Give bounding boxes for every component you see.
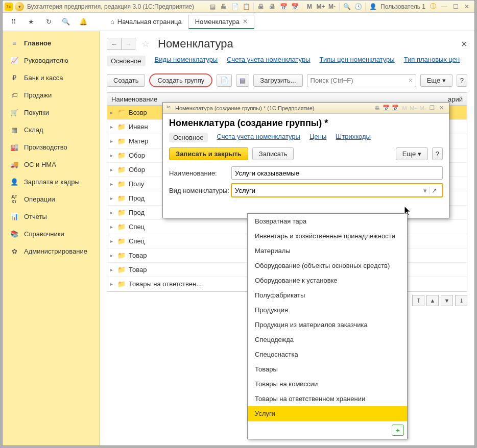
- expand-icon[interactable]: ▸: [110, 153, 115, 158]
- load-button[interactable]: Загрузить...: [253, 74, 302, 87]
- search-input[interactable]: [311, 77, 409, 84]
- dropdown-item[interactable]: Возвратная тара: [248, 214, 407, 229]
- link-pricetypes[interactable]: Типы цен номенклатуры: [320, 56, 395, 66]
- expand-icon[interactable]: ▸: [110, 253, 115, 258]
- modal-link-accounts[interactable]: Счета учета номенклатуры: [217, 133, 300, 142]
- kind-open-icon[interactable]: ↗: [429, 187, 439, 194]
- calendar-icon[interactable]: 📅: [278, 2, 289, 11]
- page-last-button[interactable]: ⤓: [455, 295, 467, 306]
- expand-icon[interactable]: ▸: [110, 210, 115, 215]
- expand-icon[interactable]: ▸: [110, 110, 115, 115]
- expand-icon[interactable]: ▸: [110, 281, 115, 287]
- modal-more-button[interactable]: Еще ▾: [396, 147, 428, 160]
- modal-mplus-icon[interactable]: M+: [409, 105, 418, 111]
- bell-icon[interactable]: 🔔: [76, 15, 90, 29]
- dropdown-item[interactable]: Услуги: [248, 406, 407, 421]
- create-group-button[interactable]: Создать группу: [149, 73, 212, 87]
- more-button[interactable]: Еще ▾: [420, 74, 452, 87]
- name-input[interactable]: Услуги оказываемые: [231, 166, 443, 180]
- page-first-button[interactable]: ⤒: [412, 295, 424, 306]
- sidebar-item-admin[interactable]: ✿Администрирование: [3, 242, 99, 260]
- print-all-icon[interactable]: 🖶: [267, 2, 277, 11]
- expand-icon[interactable]: ▸: [110, 224, 115, 230]
- kind-dropdown-icon[interactable]: ▾: [421, 187, 429, 194]
- tab-nomenclature[interactable]: Номенклатура✕: [188, 15, 254, 29]
- print-icon[interactable]: 🖶: [219, 2, 229, 11]
- link-main[interactable]: Основное: [107, 56, 146, 66]
- page-up-button[interactable]: ▲: [426, 295, 439, 306]
- page-down-button[interactable]: ▼: [441, 295, 453, 306]
- clock-icon[interactable]: 🕓: [353, 2, 363, 11]
- modal-print-icon[interactable]: 🖶: [372, 105, 381, 111]
- sidebar-item-production[interactable]: 🏭Производство: [3, 138, 99, 156]
- sidebar-item-main[interactable]: ≡Главное: [3, 34, 99, 52]
- dropdown-item[interactable]: Товары на ответственном хранении: [248, 391, 407, 406]
- favorite-icon[interactable]: ★: [24, 15, 38, 29]
- sidebar-item-reports[interactable]: 📊Отчеты: [3, 208, 99, 225]
- expand-icon[interactable]: ▸: [110, 138, 115, 144]
- dropdown-item[interactable]: Спецодежда: [248, 332, 407, 347]
- info-icon[interactable]: ⓘ: [428, 2, 438, 11]
- dropdown-item[interactable]: Оборудование к установке: [248, 273, 407, 288]
- dropdown-item[interactable]: Полуфабрикаты: [248, 288, 407, 303]
- search-icon[interactable]: 🔍: [59, 15, 73, 29]
- sidebar-item-catalogs[interactable]: 📚Справочники: [3, 225, 99, 242]
- link-kinds[interactable]: Виды номенклатуры: [155, 56, 218, 66]
- main-menu-orb[interactable]: ▾: [15, 2, 24, 11]
- doc-icon[interactable]: 📄: [230, 2, 240, 11]
- sidebar-item-bank[interactable]: ₽Банк и касса: [3, 69, 99, 86]
- dropdown-item[interactable]: Инвентарь и хозяйственные принадлежности: [248, 229, 407, 243]
- help-button[interactable]: ?: [457, 74, 467, 87]
- modal-help-button[interactable]: ?: [432, 147, 443, 160]
- print-preview-icon[interactable]: ▤: [207, 2, 218, 11]
- tab-close-icon[interactable]: ✕: [243, 18, 248, 25]
- memory-m-icon[interactable]: M: [304, 2, 315, 11]
- calendar31-icon[interactable]: 📅: [290, 2, 300, 11]
- dropdown-item[interactable]: Материалы: [248, 243, 407, 258]
- history-icon[interactable]: ↻: [41, 15, 56, 29]
- dropdown-item[interactable]: Продукция: [248, 303, 407, 317]
- user-name[interactable]: Пользователь 1: [380, 3, 425, 10]
- kind-input[interactable]: Услуги ▾ ↗: [231, 184, 443, 197]
- expand-icon[interactable]: ▸: [110, 195, 115, 201]
- zoom-icon[interactable]: 🔍: [342, 2, 352, 11]
- favorite-star-icon[interactable]: ☆: [139, 38, 152, 50]
- clipboard-icon[interactable]: 📋: [241, 2, 251, 11]
- link-plan[interactable]: Тип плановых цен: [404, 56, 460, 66]
- forward-button[interactable]: →: [121, 38, 135, 50]
- memory-mplus-icon[interactable]: M+: [316, 2, 326, 11]
- sidebar-item-salary[interactable]: 👤Зарплата и кадры: [3, 173, 99, 190]
- sidebar-item-operations[interactable]: ДтКтОперации: [3, 190, 99, 208]
- printer2-icon[interactable]: 🖶: [256, 2, 266, 11]
- expand-icon[interactable]: ▸: [110, 267, 115, 272]
- sidebar-item-purchases[interactable]: 🛒Покупки: [3, 104, 99, 121]
- modal-m-icon[interactable]: M: [400, 105, 409, 111]
- dropdown-item[interactable]: Оборудование (объекты основных средств): [248, 258, 407, 273]
- link-accounts[interactable]: Счета учета номенклатуры: [227, 56, 310, 66]
- back-button[interactable]: ←: [107, 38, 121, 50]
- tab-home[interactable]: ⌂Начальная страница: [104, 15, 188, 29]
- save-button[interactable]: Записать: [252, 147, 294, 160]
- dropdown-add-button[interactable]: +: [392, 425, 404, 436]
- expand-icon[interactable]: ▸: [110, 238, 115, 244]
- modal-restore-icon[interactable]: ❐: [427, 105, 437, 111]
- expand-icon[interactable]: ▸: [110, 167, 115, 172]
- dropdown-item[interactable]: Продукция из материалов заказчика: [248, 317, 407, 332]
- dropdown-item[interactable]: Спецоснастка: [248, 347, 407, 362]
- create-button[interactable]: Создать: [107, 74, 145, 87]
- expand-icon[interactable]: ▸: [110, 124, 115, 130]
- apps-icon[interactable]: ⠿: [7, 15, 21, 29]
- modal-link-barcodes[interactable]: Штрихкоды: [336, 133, 371, 142]
- dropdown-item[interactable]: Товары: [248, 362, 407, 377]
- sidebar-item-sales[interactable]: 🏷Продажи: [3, 86, 99, 104]
- expand-icon[interactable]: ▸: [110, 181, 115, 187]
- memory-mminus-icon[interactable]: M-: [327, 2, 337, 11]
- sidebar-item-warehouse[interactable]: ▦Склад: [3, 121, 99, 138]
- modal-link-prices[interactable]: Цены: [309, 133, 326, 142]
- modal-close-icon[interactable]: ✕: [437, 105, 446, 111]
- modal-mminus-icon[interactable]: M-: [418, 105, 427, 111]
- sidebar-item-assets[interactable]: 🚚ОС и НМА: [3, 156, 99, 173]
- modal-link-main[interactable]: Основное: [169, 133, 208, 142]
- dropdown-item[interactable]: Товары на комиссии: [248, 377, 407, 391]
- sidebar-item-manager[interactable]: 📈Руководителю: [3, 52, 99, 69]
